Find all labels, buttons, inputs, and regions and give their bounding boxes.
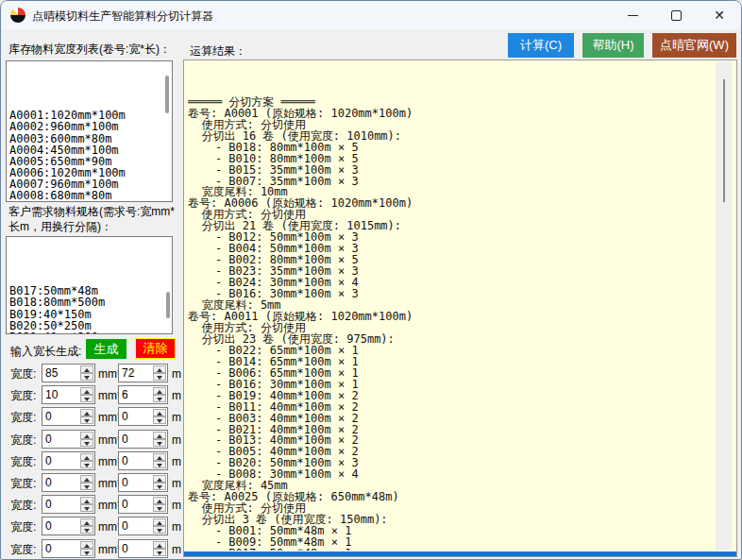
spinner-up-button[interactable]: [153, 409, 166, 416]
length-m-spinner[interactable]: 0: [118, 430, 168, 449]
length-m-value[interactable]: 0: [122, 410, 128, 423]
length-m-value[interactable]: 0: [122, 476, 128, 489]
spinner-up-button[interactable]: [153, 518, 166, 526]
spinner-down-button[interactable]: [153, 549, 166, 556]
spinner-down-button[interactable]: [153, 439, 166, 447]
width-mm-value[interactable]: 0: [45, 410, 52, 423]
spinner-up-button[interactable]: [153, 432, 166, 439]
width-mm-value[interactable]: 0: [45, 476, 52, 489]
official-site-button[interactable]: 点晴官网(W): [652, 33, 736, 58]
list-item[interactable]: A0009:450mm*100m: [9, 201, 172, 202]
spinner-down-button[interactable]: [153, 373, 166, 381]
length-m-spinner[interactable]: 0: [118, 495, 168, 514]
generate-button[interactable]: 生成: [86, 339, 126, 359]
help-button[interactable]: 帮助(H): [582, 33, 644, 58]
spinner-down-button[interactable]: [80, 461, 93, 468]
length-m-value[interactable]: 0: [122, 454, 128, 467]
list-item[interactable]: A0004:450mm*100m: [9, 144, 172, 156]
spinner-up-button[interactable]: [80, 432, 93, 439]
width-mm-value[interactable]: 0: [45, 498, 52, 511]
width-mm-spinner[interactable]: 0: [42, 473, 95, 492]
spinner-down-button[interactable]: [153, 416, 166, 424]
spinner-down-button[interactable]: [80, 416, 93, 424]
spinner-up-button[interactable]: [80, 453, 93, 461]
length-m-value[interactable]: 6: [122, 388, 128, 401]
demand-scrollbar-thumb[interactable]: [166, 292, 170, 318]
length-m-spinner[interactable]: 0: [118, 451, 168, 470]
app-window: 点晴模切料生产智能算料分切计算器 ✕ 库存物料宽度列表(卷号:宽*长)： A00…: [0, 0, 742, 560]
results-scrollbar-thumb[interactable]: [723, 79, 725, 202]
spinner-up-button[interactable]: [153, 497, 166, 504]
spinner-down-button[interactable]: [80, 439, 93, 447]
length-m-value[interactable]: 0: [122, 433, 128, 446]
inventory-list[interactable]: A0001:1020mm*100mA0002:960mm*100mA0003:6…: [6, 60, 173, 202]
spinner-up-button[interactable]: [153, 475, 166, 483]
arrow-up-icon: [157, 368, 162, 372]
spinner-up-button[interactable]: [80, 365, 93, 373]
spinner-down-button[interactable]: [153, 504, 166, 512]
length-m-spinner[interactable]: 0: [118, 517, 168, 535]
spinner-up-button[interactable]: [153, 453, 166, 461]
spinner-up-button[interactable]: [153, 541, 166, 549]
spinner-down-button[interactable]: [80, 549, 93, 556]
inventory-scrollbar-thumb[interactable]: [165, 76, 169, 113]
length-m-value[interactable]: 0: [122, 498, 128, 511]
minimize-button[interactable]: [611, 1, 654, 29]
spinner-up-button[interactable]: [80, 541, 93, 549]
spinner-down-button[interactable]: [153, 395, 166, 402]
width-mm-value[interactable]: 85: [45, 366, 58, 380]
spinner-up-button[interactable]: [80, 518, 93, 526]
list-item[interactable]: B019:40*150m: [9, 309, 172, 320]
spinner-down-button[interactable]: [80, 504, 93, 512]
length-m-spinner[interactable]: 6: [118, 385, 168, 404]
spinner-up-button[interactable]: [80, 387, 93, 395]
list-item[interactable]: A0003:600mm*80m: [9, 133, 172, 144]
spinner-up-button[interactable]: [80, 409, 93, 416]
width-mm-spinner[interactable]: 10: [42, 385, 95, 404]
length-m-spinner[interactable]: 0: [118, 407, 168, 426]
width-mm-spinner[interactable]: 0: [42, 451, 95, 470]
results-scrollbar[interactable]: [716, 61, 732, 551]
spinner-down-button[interactable]: [153, 461, 166, 468]
title-bar[interactable]: 点晴模切料生产智能算料分切计算器 ✕: [1, 1, 741, 29]
width-mm-value[interactable]: 0: [45, 454, 52, 467]
spinner-down-button[interactable]: [153, 526, 166, 534]
width-mm-spinner[interactable]: 0: [42, 430, 95, 449]
spinner-up-button[interactable]: [80, 497, 93, 504]
width-mm-spinner[interactable]: 0: [42, 495, 95, 514]
length-m-spinner[interactable]: 0: [118, 539, 168, 558]
list-item[interactable]: B018:80mm*500m: [9, 297, 172, 308]
width-mm-spinner[interactable]: 0: [42, 407, 95, 426]
list-item[interactable]: A0002:960mm*100m: [9, 121, 172, 132]
spinner-down-button[interactable]: [80, 526, 93, 534]
length-m-spinner[interactable]: 72: [118, 364, 168, 382]
spinner-up-button[interactable]: [153, 387, 166, 395]
maximize-button[interactable]: [654, 1, 698, 29]
width-mm-spinner[interactable]: 0: [42, 539, 95, 558]
results-textarea[interactable]: ═════ 分切方案 ═════卷号: A0001 (原始规格: 1020mm*…: [183, 59, 737, 557]
width-mm-value[interactable]: 0: [45, 542, 52, 555]
width-mm-value[interactable]: 0: [45, 433, 52, 446]
spinner-buttons: [153, 497, 166, 512]
width-mm-value[interactable]: 10: [45, 388, 58, 401]
length-m-spinner[interactable]: 0: [118, 473, 168, 492]
result-line: - B017: 50mm*48m × 1: [188, 549, 714, 551]
demand-textarea[interactable]: B017:50mm*48mB018:80mm*500mB019:40*150mB…: [6, 236, 173, 334]
spinner-down-button[interactable]: [80, 395, 93, 402]
clear-button[interactable]: 清除: [135, 338, 176, 359]
spinner-down-button[interactable]: [80, 373, 93, 381]
width-mm-spinner[interactable]: 0: [42, 517, 95, 535]
list-item[interactable]: B020:50*250m: [9, 320, 172, 331]
calculate-button[interactable]: 计算(C): [508, 33, 574, 58]
length-m-value[interactable]: 72: [122, 366, 134, 380]
width-mm-spinner[interactable]: 85: [42, 364, 95, 382]
list-item[interactable]: B021:40mm*200m: [9, 331, 172, 334]
length-m-value[interactable]: 0: [122, 519, 128, 533]
spinner-up-button[interactable]: [153, 365, 166, 373]
spinner-down-button[interactable]: [153, 483, 166, 490]
width-mm-value[interactable]: 0: [45, 519, 52, 533]
length-m-value[interactable]: 0: [122, 542, 128, 555]
spinner-down-button[interactable]: [80, 483, 93, 490]
close-button[interactable]: ✕: [698, 1, 741, 29]
spinner-up-button[interactable]: [80, 475, 93, 483]
